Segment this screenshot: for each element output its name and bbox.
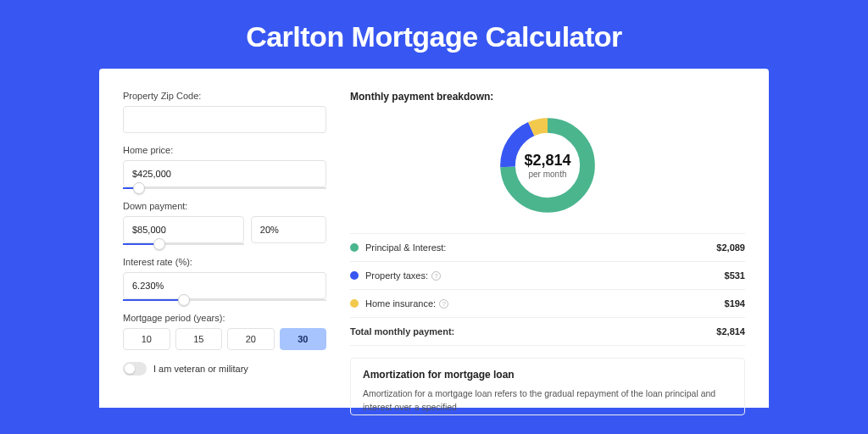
rate-field: Interest rate (%): — [123, 257, 326, 301]
rate-input[interactable] — [123, 272, 326, 299]
veteran-row: I am veteran or military — [123, 362, 326, 376]
veteran-label: I am veteran or military — [153, 364, 248, 374]
amortization-title: Amortization for mortgage loan — [363, 369, 732, 381]
legend-value: $2,089 — [716, 242, 745, 253]
price-slider-thumb[interactable] — [133, 182, 145, 194]
down-label: Down payment: — [123, 201, 326, 211]
calculator-card: Property Zip Code: Home price: Down paym… — [99, 69, 769, 408]
page-title: Carlton Mortgage Calculator — [0, 0, 868, 69]
legend-total-row: Total monthly payment:$2,814 — [350, 318, 745, 346]
legend-value: $531 — [725, 270, 745, 281]
donut-chart: $2,814 per month — [350, 113, 745, 218]
price-field: Home price: — [123, 145, 326, 189]
legend-total-label: Total monthly payment: — [350, 326, 716, 337]
zip-field: Property Zip Code: — [123, 91, 326, 133]
legend-total-value: $2,814 — [716, 326, 745, 337]
period-button-15[interactable]: 15 — [175, 328, 223, 350]
legend-dot — [350, 271, 359, 280]
down-percent-input[interactable] — [251, 216, 326, 243]
legend-dot — [350, 299, 359, 308]
legend-row: Principal & Interest:$2,089 — [350, 234, 745, 262]
info-icon[interactable]: ? — [439, 299, 448, 309]
amortization-text: Amortization for a mortgage loan refers … — [363, 387, 732, 415]
period-field: Mortgage period (years): 10152030 — [123, 313, 326, 350]
legend: Principal & Interest:$2,089Property taxe… — [350, 233, 745, 346]
down-slider-thumb[interactable] — [153, 238, 165, 250]
breakdown-panel: Monthly payment breakdown: $2,814 per mo… — [350, 91, 745, 408]
amortization-section: Amortization for mortgage loan Amortizat… — [350, 358, 745, 415]
legend-label: Principal & Interest: — [365, 242, 716, 253]
down-field: Down payment: — [123, 201, 326, 245]
rate-slider[interactable] — [123, 299, 326, 301]
inputs-panel: Property Zip Code: Home price: Down paym… — [123, 91, 326, 408]
legend-label: Home insurance:? — [365, 298, 725, 309]
period-button-20[interactable]: 20 — [227, 328, 275, 350]
period-button-10[interactable]: 10 — [123, 328, 170, 350]
info-icon[interactable]: ? — [431, 271, 441, 281]
donut-sub: per month — [528, 170, 566, 179]
down-slider[interactable] — [123, 243, 244, 245]
veteran-toggle[interactable] — [123, 362, 147, 376]
period-button-30[interactable]: 30 — [280, 328, 327, 350]
rate-label: Interest rate (%): — [123, 257, 326, 267]
rate-slider-thumb[interactable] — [178, 294, 190, 306]
price-input[interactable] — [123, 160, 326, 187]
legend-row: Home insurance:?$194 — [350, 290, 745, 318]
down-amount-input[interactable] — [123, 216, 244, 243]
legend-value: $194 — [725, 298, 745, 309]
period-label: Mortgage period (years): — [123, 313, 326, 323]
legend-dot — [350, 243, 359, 252]
legend-label: Property taxes:? — [365, 270, 725, 281]
zip-input[interactable] — [123, 106, 326, 133]
legend-row: Property taxes:?$531 — [350, 262, 745, 290]
donut-amount: $2,814 — [524, 152, 570, 170]
price-label: Home price: — [123, 145, 326, 155]
price-slider[interactable] — [123, 187, 326, 189]
zip-label: Property Zip Code: — [123, 91, 326, 101]
breakdown-title: Monthly payment breakdown: — [350, 91, 745, 103]
